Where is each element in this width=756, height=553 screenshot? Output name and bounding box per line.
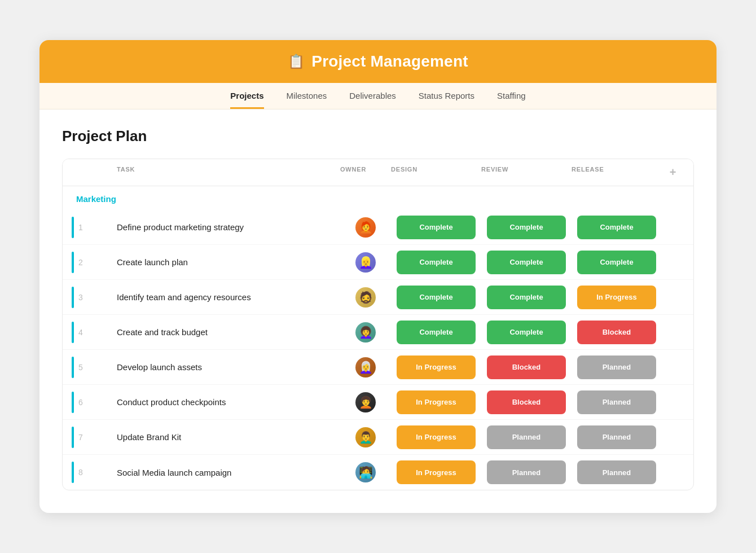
nav-bar: Projects Milestones Deliverables Status … bbox=[39, 83, 717, 109]
review-status-cell[interactable]: Complete bbox=[481, 251, 572, 274]
release-status-badge[interactable]: Complete bbox=[577, 251, 656, 274]
task-number: 8 bbox=[78, 468, 89, 477]
nav-item-projects[interactable]: Projects bbox=[230, 91, 263, 109]
task-name: Develop launch assets bbox=[117, 362, 340, 372]
review-status-badge[interactable]: Planned bbox=[487, 460, 566, 484]
design-status-badge[interactable]: In Progress bbox=[397, 460, 476, 484]
release-status-badge[interactable]: Planned bbox=[577, 460, 656, 484]
table-row: 1 Define product marketing strategy 🧑‍🦰 … bbox=[63, 210, 693, 245]
nav-item-status-reports[interactable]: Status Reports bbox=[419, 91, 474, 109]
design-status-cell[interactable]: In Progress bbox=[391, 460, 481, 484]
avatar: 👩‍🦱 bbox=[355, 322, 376, 343]
table-row: 8 Social Media launch campaign 🧑‍💻 In Pr… bbox=[63, 455, 693, 490]
owner-cell: 👩‍🦱 bbox=[340, 322, 391, 343]
design-status-badge[interactable]: In Progress bbox=[397, 390, 476, 414]
release-status-badge[interactable]: Planned bbox=[577, 425, 656, 449]
release-status-cell[interactable]: Planned bbox=[572, 460, 662, 484]
table-row: 5 Develop launch assets 👩‍🦳 In Progress … bbox=[63, 350, 693, 385]
design-status-badge[interactable]: Complete bbox=[397, 286, 476, 309]
review-status-cell[interactable]: Blocked bbox=[481, 356, 572, 379]
col-header-empty bbox=[72, 166, 117, 179]
review-status-cell[interactable]: Planned bbox=[481, 425, 572, 449]
nav-item-milestones[interactable]: Milestones bbox=[287, 91, 327, 109]
design-status-badge[interactable]: In Progress bbox=[397, 356, 476, 379]
col-header-design: DESIGN bbox=[391, 166, 481, 179]
row-indicator-bar bbox=[72, 357, 74, 378]
design-status-cell[interactable]: In Progress bbox=[391, 390, 481, 414]
task-num-cell: 4 bbox=[72, 322, 117, 343]
task-name: Update Brand Kit bbox=[117, 432, 340, 442]
release-status-cell[interactable]: In Progress bbox=[572, 286, 662, 309]
release-status-cell[interactable]: Planned bbox=[572, 356, 662, 379]
release-status-badge[interactable]: Blocked bbox=[577, 321, 656, 344]
avatar: 🧑‍🦰 bbox=[355, 217, 376, 238]
project-table: TASK OWNER DESIGN REVIEW RELEASE + Marke… bbox=[62, 159, 694, 490]
row-indicator-bar bbox=[72, 287, 74, 308]
table-header: TASK OWNER DESIGN REVIEW RELEASE + bbox=[63, 159, 693, 186]
review-status-badge[interactable]: Complete bbox=[487, 251, 566, 274]
review-status-badge[interactable]: Blocked bbox=[487, 390, 566, 414]
review-status-badge[interactable]: Complete bbox=[487, 321, 566, 344]
owner-cell: 🧔 bbox=[340, 287, 391, 308]
review-status-cell[interactable]: Complete bbox=[481, 216, 572, 239]
release-status-cell[interactable]: Planned bbox=[572, 390, 662, 414]
design-status-cell[interactable]: In Progress bbox=[391, 356, 481, 379]
task-rows-container: 1 Define product marketing strategy 🧑‍🦰 … bbox=[63, 210, 693, 490]
section-marketing: Marketing bbox=[63, 186, 693, 210]
main-content: Project Plan TASK OWNER DESIGN REVIEW RE… bbox=[39, 109, 717, 513]
task-name: Identify team and agency resources bbox=[117, 292, 340, 302]
task-number: 2 bbox=[78, 258, 89, 267]
col-header-task: TASK bbox=[117, 166, 340, 179]
design-status-badge[interactable]: Complete bbox=[397, 251, 476, 274]
task-num-cell: 7 bbox=[72, 427, 117, 448]
design-status-cell[interactable]: In Progress bbox=[391, 425, 481, 449]
release-status-badge[interactable]: Complete bbox=[577, 216, 656, 239]
design-status-cell[interactable]: Complete bbox=[391, 321, 481, 344]
release-status-cell[interactable]: Complete bbox=[572, 216, 662, 239]
table-row: 6 Conduct product checkpoints 🧑‍🦱 In Pro… bbox=[63, 385, 693, 420]
task-number: 1 bbox=[78, 223, 89, 232]
design-status-badge[interactable]: Complete bbox=[397, 216, 476, 239]
table-row: 7 Update Brand Kit 👨‍🦱 In Progress Plann… bbox=[63, 420, 693, 455]
col-header-review: REVIEW bbox=[481, 166, 572, 179]
task-num-cell: 3 bbox=[72, 287, 117, 308]
task-number: 3 bbox=[78, 293, 89, 302]
design-status-cell[interactable]: Complete bbox=[391, 286, 481, 309]
row-indicator-bar bbox=[72, 392, 74, 413]
task-number: 6 bbox=[78, 398, 89, 407]
owner-cell: 👩‍🦳 bbox=[340, 357, 391, 378]
design-status-badge[interactable]: In Progress bbox=[397, 425, 476, 449]
page-title: Project Plan bbox=[62, 128, 694, 145]
col-header-release: RELEASE bbox=[572, 166, 662, 179]
review-status-badge[interactable]: Complete bbox=[487, 216, 566, 239]
design-status-cell[interactable]: Complete bbox=[391, 251, 481, 274]
design-status-badge[interactable]: Complete bbox=[397, 321, 476, 344]
review-status-cell[interactable]: Complete bbox=[481, 321, 572, 344]
avatar: 👩‍🦳 bbox=[355, 357, 376, 378]
owner-cell: 🧑‍🦱 bbox=[340, 392, 391, 412]
release-status-badge[interactable]: Planned bbox=[577, 390, 656, 414]
app-container: 📋 Project Management Projects Milestones… bbox=[39, 40, 717, 513]
release-status-cell[interactable]: Blocked bbox=[572, 321, 662, 344]
review-status-cell[interactable]: Blocked bbox=[481, 390, 572, 414]
release-status-badge[interactable]: In Progress bbox=[577, 286, 656, 309]
review-status-cell[interactable]: Complete bbox=[481, 286, 572, 309]
row-indicator-bar bbox=[72, 217, 74, 238]
row-indicator-bar bbox=[72, 252, 74, 273]
nav-item-deliverables[interactable]: Deliverables bbox=[349, 91, 396, 109]
release-status-cell[interactable]: Complete bbox=[572, 251, 662, 274]
design-status-cell[interactable]: Complete bbox=[391, 216, 481, 239]
review-status-badge[interactable]: Blocked bbox=[487, 356, 566, 379]
review-status-badge[interactable]: Planned bbox=[487, 425, 566, 449]
review-status-cell[interactable]: Planned bbox=[481, 460, 572, 484]
add-column-button[interactable]: + bbox=[662, 166, 684, 179]
task-name: Create launch plan bbox=[117, 257, 340, 267]
owner-cell: 👨‍🦱 bbox=[340, 427, 391, 447]
review-status-badge[interactable]: Complete bbox=[487, 286, 566, 309]
release-status-cell[interactable]: Planned bbox=[572, 425, 662, 449]
release-status-badge[interactable]: Planned bbox=[577, 356, 656, 379]
nav-item-staffing[interactable]: Staffing bbox=[497, 91, 526, 109]
task-number: 4 bbox=[78, 328, 89, 337]
avatar: 👨‍🦱 bbox=[355, 427, 376, 447]
owner-cell: 👱‍♀️ bbox=[340, 252, 391, 273]
